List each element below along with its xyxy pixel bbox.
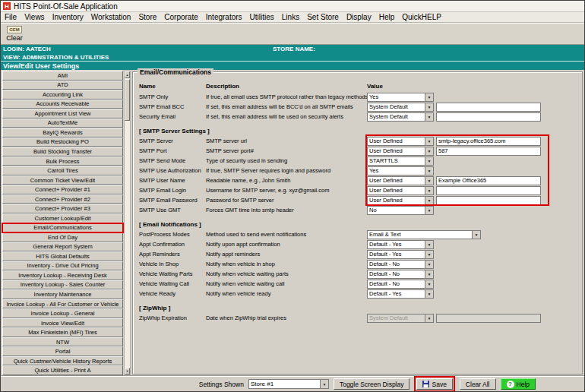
value-select-security-email[interactable]: System Default▼ [367,112,434,122]
value-select-smtp-use-gmt[interactable]: No▼ [367,206,434,215]
sidebar-item-inventory-lookup-sales-counter[interactable]: Inventory Lookup - Sales Counter [2,280,123,290]
sidebar-item-end-of-day[interactable]: End Of Day [2,232,123,242]
sidebar-item-ntw[interactable]: NTW [2,337,123,347]
sidebar-scrollbar[interactable]: ▲ ▼ [124,71,131,375]
scroll-thumb[interactable] [125,79,130,121]
menu-item-help[interactable]: Help [375,12,399,22]
value-select-appt-confirmation[interactable]: Default - Yes▼ [367,240,434,249]
menu-item-display[interactable]: Display [343,12,375,22]
chevron-down-icon[interactable]: ▼ [425,147,433,155]
scroll-up-icon[interactable]: ▲ [125,71,130,78]
sidebar-item-invoice-view-edit[interactable]: Invoice View/Edit [2,318,123,328]
sidebar-item-invoice-lookup-all-for-customer-or-vehicle[interactable]: Invoice Lookup - All For Customer or Veh… [2,299,123,309]
app-window: H HITS Point-Of-Sale Application FileVie… [0,0,585,392]
sidebar-item-inventory-maintenance[interactable]: Inventory Maintenance [2,289,123,299]
value-input-smtp-email-bcc[interactable] [436,103,541,112]
value-select-smtp-email-password[interactable]: User Defined▼ [367,196,434,205]
sidebar-item-accounting-link[interactable]: Accounting Link [2,90,123,100]
menu-item-integrators[interactable]: Integrators [202,12,246,22]
sidebar-item-bayiq-rewards[interactable]: BayIQ Rewards [2,128,123,138]
sidebar-item-invoice-lookup-general[interactable]: Invoice Lookup - General [2,308,123,318]
store-select[interactable]: Store #1 ▼ [248,379,329,389]
sidebar-item-quick-utilities-print-a[interactable]: Quick Utilities - Print A [2,365,123,375]
sidebar-item-general-report-system[interactable]: General Report System [2,242,123,252]
value-select-vehicle-waiting-call[interactable]: Default - No▼ [367,280,434,289]
chevron-down-icon[interactable]: ▼ [425,177,433,185]
chevron-down-icon[interactable]: ▼ [472,231,480,239]
chevron-down-icon[interactable]: ▼ [425,103,433,111]
value-select-smtp-only[interactable]: Yes▼ [367,93,434,102]
menu-item-corporate[interactable]: Corporate [160,12,201,22]
value-input-security-email[interactable] [436,112,541,122]
value-input-smtp-user-name[interactable] [436,176,541,185]
chevron-down-icon[interactable]: ▼ [425,167,433,175]
sidebar-item-quick-custmer-vehicle-history-reports[interactable]: Quick Custmer/Vehicle History Reports [2,356,123,366]
value-select-smtp-server[interactable]: User Defined▼ [367,137,434,146]
chevron-down-icon[interactable]: ▼ [425,113,433,121]
clear-button[interactable]: GEM Clear [2,24,27,44]
menu-item-inventory[interactable]: Inventory [49,12,87,22]
sidebar-item-connect-provider-3[interactable]: Connect+ Provider #3 [2,204,123,213]
help-button[interactable]: ? Help [501,378,536,390]
sidebar-item-bulk-process[interactable]: Bulk Process [2,156,123,166]
chevron-down-icon[interactable]: ▼ [425,290,433,298]
sidebar-item-appointment-list-view[interactable]: Appointment List View [2,109,123,119]
chevron-down-icon[interactable]: ▼ [425,241,433,248]
chevron-down-icon[interactable]: ▼ [425,207,433,214]
chevron-down-icon[interactable]: ▼ [425,187,433,194]
sidebar-item-customer-lookup-edit[interactable]: Customer Lookup/Edit [2,213,123,223]
value-select-vehicle-in-shop[interactable]: Default - No▼ [367,260,434,269]
sidebar-item-autotextme[interactable]: AutoTextMe [2,119,123,128]
sidebar-item-atd[interactable]: ATD [2,81,123,90]
chevron-down-icon[interactable]: ▼ [425,197,433,204]
chevron-down-icon[interactable]: ▼ [425,280,433,288]
value-input-smtp-email-password[interactable] [436,196,541,205]
chevron-down-icon[interactable]: ▼ [425,270,433,278]
chevron-down-icon[interactable]: ▼ [320,380,328,388]
chevron-down-icon[interactable]: ▼ [425,157,433,165]
value-select-vehicle-ready[interactable]: Default - Yes▼ [367,289,434,299]
sidebar-item-accounts-receivable[interactable]: Accounts Receivable [2,100,123,109]
menu-item-workstation[interactable]: Workstation [87,12,135,22]
sidebar-item-inventory-lookup-receiving-desk[interactable]: Inventory Lookup - Receiving Desk [2,270,123,280]
sidebar-item-build-stocking-transfer[interactable]: Build Stocking Transfer [2,147,123,156]
value-select-smtp-email-login[interactable]: User Defined▼ [367,186,434,195]
chevron-down-icon[interactable]: ▼ [425,261,433,268]
menu-item-set-store[interactable]: Set Store [303,12,343,22]
sidebar-item-email-communications[interactable]: Email/Communications [2,223,123,233]
value-select-smtp-send-mode[interactable]: STARTTLS▼ [367,156,434,166]
sidebar-item-connect-provider-1[interactable]: Connect+ Provider #1 [2,185,123,194]
menu-item-store[interactable]: Store [134,12,160,22]
menu-item-utilities[interactable]: Utilities [246,12,278,22]
chevron-down-icon[interactable]: ▼ [425,251,433,258]
sidebar-item-hits-global-defaults[interactable]: HITS Global Defaults [2,251,123,261]
value-input-smtp-server[interactable] [436,137,541,146]
value-input-smtp-port[interactable] [436,147,541,156]
value-select-postprocess-modes[interactable]: Email & Text▼ [367,230,481,239]
toggle-screen-display-button[interactable]: Toggle Screen Display [334,378,410,390]
value-input-smtp-email-login[interactable] [436,186,541,195]
value-select-appt-reminders[interactable]: Default - Yes▼ [367,250,434,259]
value-select-smtp-port[interactable]: User Defined▼ [367,147,434,156]
sidebar-item-common-ticket-view-edit[interactable]: Common Ticket View/Edit [2,175,123,185]
value-select-smtp-use-authorization[interactable]: Yes▼ [367,166,434,175]
chevron-down-icon[interactable]: ▼ [425,138,433,145]
menu-item-views[interactable]: Views [21,12,49,22]
menu-item-quickhelp[interactable]: QuickHELP [398,12,445,22]
sidebar-item-connect-provider-2[interactable]: Connect+ Provider #2 [2,194,123,204]
value-select-vehicle-waiting-parts[interactable]: Default - No▼ [367,270,434,279]
sidebar-item-build-restocking-po[interactable]: Build Restocking PO [2,138,123,147]
sidebar-item-max-finkelstein-mfi-tires[interactable]: Max Finkelstein (MFI) Tires [2,327,123,337]
save-button[interactable]: Save [416,378,452,390]
sidebar-item-inventory-drive-out-pricing[interactable]: Inventory - Drive Out Pricing [2,261,123,271]
menu-item-links[interactable]: Links [278,12,303,22]
sidebar-item-portal[interactable]: Portal [2,346,123,356]
value-select-smtp-email-bcc[interactable]: System Default▼ [367,103,434,112]
sidebar-item-ami[interactable]: AMI [2,71,123,81]
scroll-down-icon[interactable]: ▼ [125,368,130,375]
sidebar-item-carroll-tires[interactable]: Carroll Tires [2,166,123,175]
menu-item-file[interactable]: File [1,12,21,22]
clear-all-button[interactable]: Clear All [460,378,496,390]
value-select-smtp-user-name[interactable]: User Defined▼ [367,176,434,185]
chevron-down-icon[interactable]: ▼ [425,93,433,101]
